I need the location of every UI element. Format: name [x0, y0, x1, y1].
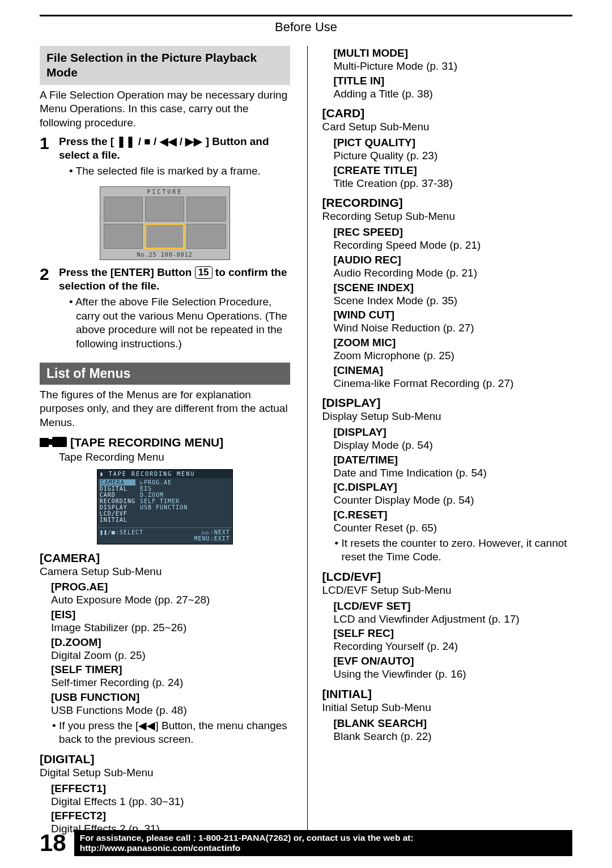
sub-item-bullet: It resets the counter to zero. However, …	[334, 537, 573, 564]
step-1-title: Press the [ ❚❚ / ■ / ◀◀ / ▶▶ ] Button an…	[59, 135, 290, 163]
tape-menu-item: D.ZOOM	[140, 492, 188, 498]
menu-description: Digital Setup Sub-Menu	[40, 766, 290, 780]
sub-item-title: [PICT QUALITY]	[334, 137, 573, 149]
sub-item-desc: Wind Noise Reduction (p. 27)	[334, 321, 573, 335]
step-2-title-a: Press the [ENTER] Button	[59, 266, 195, 278]
sub-item-desc: Picture Quality (p. 23)	[334, 149, 573, 163]
menu-heading: [CAMERA]	[40, 551, 290, 565]
tape-menu-item: ▷PROG.AE	[140, 479, 188, 486]
sub-item-desc: USB Functions Mode (p. 48)	[51, 704, 290, 718]
sub-item-desc: Blank Search (p. 22)	[334, 730, 573, 744]
sub-item-title: [EVF ON/AUTO]	[334, 655, 573, 667]
sub-item-title: [MULTI MODE]	[334, 47, 573, 59]
sub-menu-list: [REC SPEED]Recording Speed Mode (p. 21)[…	[322, 226, 573, 390]
sub-item-desc: Cinema-like Format Recording (p. 27)	[334, 377, 573, 391]
tape-menu-foot-left: ❚❚/■:SELECT	[100, 529, 143, 542]
sub-item-title: [SELF REC]	[334, 627, 573, 640]
sub-item-desc: Recording Yourself (p. 24)	[334, 640, 573, 654]
step-1-bullet: The selected file is marked by a frame.	[67, 164, 290, 178]
menu-description: Initial Setup Sub-Menu	[322, 701, 573, 715]
sub-item-title: [EFFECT2]	[51, 810, 290, 822]
sub-item-bullet: If you press the [◀◀] Button, the menu c…	[51, 719, 290, 747]
step-1-number: 1	[40, 135, 53, 183]
sub-item-title: [EIS]	[51, 609, 290, 621]
page-number: 18	[40, 829, 66, 857]
picture-preview-figure: PICTURE No.25 100-0012	[100, 186, 230, 260]
footer-assistance-bar: For assistance, please call : 1-800-211-…	[74, 830, 572, 856]
tape-recording-menu-lead: [TAPE RECORDING MENU]	[40, 436, 290, 449]
sub-item-title: [USB FUNCTION]	[51, 691, 290, 704]
picture-thumb	[104, 224, 143, 249]
step-2-number: 2	[40, 266, 53, 356]
list-of-menus-bar: List of Menus	[40, 363, 290, 385]
sub-menu-list: [LCD/EVF SET]LCD and Viewfinder Adjustme…	[322, 600, 573, 682]
tape-menu-item: RECORDING	[100, 498, 135, 504]
list-of-menus-intro: The figures of the Menus are for explana…	[40, 388, 290, 430]
picture-thumb	[145, 197, 184, 222]
menu-description: Camera Setup Sub-Menu	[40, 565, 290, 579]
tape-menu-title: ▮ TAPE RECORDING MENU	[97, 470, 232, 478]
sub-item-desc: Digital Zoom (p. 25)	[51, 649, 290, 663]
menu-description: LCD/EVF Setup Sub-Menu	[322, 584, 573, 598]
picture-preview-title: PICTURE	[100, 187, 230, 197]
sub-item-title: [WIND CUT]	[334, 309, 573, 321]
right-cont-items: [MULTI MODE]Multi-Picture Mode (p. 31)[T…	[322, 47, 573, 101]
sub-menu-list: [EFFECT1]Digital Effects 1 (pp. 30~31)[E…	[40, 782, 290, 836]
button-ref-15: 15	[195, 266, 212, 279]
sub-item-desc: Counter Display Mode (p. 54)	[334, 493, 573, 508]
tape-menu-figure: ▮ TAPE RECORDING MENU CAMERA DIGITAL CAR…	[97, 469, 233, 544]
menu-description: Card Setup Sub-Menu	[322, 120, 573, 134]
sub-item-desc: Using the Viewfinder (p. 16)	[334, 667, 573, 682]
two-column-layout: File Selection in the Picture Playback M…	[40, 46, 572, 836]
square-icon	[40, 438, 49, 447]
sub-item-desc: Multi-Picture Mode (p. 31)	[334, 59, 573, 74]
sub-item-title: [SELF TIMER]	[51, 663, 290, 676]
camera-icon	[52, 437, 67, 447]
tape-menu-item: SELF TIMER	[140, 498, 188, 504]
sub-item-title: [C.DISPLAY]	[334, 481, 573, 493]
tape-menu-item: INITIAL	[100, 517, 135, 523]
right-column: [MULTI MODE]Multi-Picture Mode (p. 31)[T…	[307, 46, 573, 836]
tape-menu-item: USB FUNCTION	[140, 504, 188, 510]
tape-menu-item: DIGITAL	[100, 486, 135, 492]
sub-item-title: [CINEMA]	[334, 364, 573, 377]
sub-item-title: [ZOOM MIC]	[334, 337, 573, 349]
sub-item-desc: Auto Exposure Mode (pp. 27~28)	[51, 593, 290, 607]
left-column: File Selection in the Picture Playback M…	[40, 46, 290, 836]
sub-item-desc: Scene Index Mode (p. 35)	[334, 294, 573, 308]
picture-thumb	[104, 197, 143, 222]
menu-heading: [DISPLAY]	[322, 396, 573, 410]
file-selection-intro: A File Selection Operation may be necess…	[40, 88, 290, 130]
tape-menu-item: DISPLAY	[100, 504, 135, 510]
tape-menu-foot-r1: ▷▷:NEXT	[202, 529, 230, 535]
sub-item-title: [CREATE TITLE]	[334, 164, 573, 177]
tape-menu-item: LCD/EVF	[100, 510, 135, 517]
sub-menu-list: [PICT QUALITY]Picture Quality (p. 23)[CR…	[322, 137, 573, 190]
picture-thumb	[186, 224, 226, 249]
sub-item-title: [AUDIO REC]	[334, 254, 573, 266]
tape-menu-left-list: CAMERA DIGITAL CARD RECORDING DISPLAY LC…	[100, 479, 135, 523]
sub-menu-list: [BLANK SEARCH]Blank Search (p. 22)	[322, 717, 573, 744]
picture-preview-footer: No.25 100-0012	[100, 250, 230, 259]
sub-item-desc: Audio Recording Mode (p. 21)	[334, 266, 573, 280]
step-1: 1 Press the [ ❚❚ / ■ / ◀◀ / ▶▶ ] Button …	[40, 135, 290, 183]
tape-menu-right-list: ▷PROG.AE EIS D.ZOOM SELF TIMER USB FUNCT…	[140, 479, 188, 523]
tape-menu-item: CAMERA	[100, 479, 135, 486]
menu-heading: [RECORDING]	[322, 196, 573, 210]
sub-item-desc: Date and Time Indication (p. 54)	[334, 466, 573, 480]
sub-item-desc: Counter Reset (p. 65)	[334, 521, 573, 535]
tape-menu-item: CARD	[100, 492, 135, 498]
sub-item-desc: Display Mode (p. 54)	[334, 439, 573, 453]
sub-item-title: [TITLE IN]	[334, 75, 573, 87]
sub-item-title: [EFFECT1]	[51, 782, 290, 795]
sub-item-title: [REC SPEED]	[334, 226, 573, 239]
sub-item-title: [D.ZOOM]	[51, 636, 290, 649]
sub-item-desc: LCD and Viewfinder Adjustment (p. 17)	[334, 612, 573, 627]
menu-description: Display Setup Sub-Menu	[322, 410, 573, 424]
left-menu-list: [CAMERA]Camera Setup Sub-Menu[PROG.AE]Au…	[40, 551, 290, 837]
sub-item-desc: Title Creation (pp. 37-38)	[334, 177, 573, 191]
menu-heading: [CARD]	[322, 107, 573, 120]
sub-item-desc: Recording Speed Mode (p. 21)	[334, 239, 573, 253]
sub-menu-list: [DISPLAY]Display Mode (p. 54)[DATE/TIME]…	[322, 426, 573, 564]
file-selection-heading: File Selection in the Picture Playback M…	[40, 46, 290, 85]
